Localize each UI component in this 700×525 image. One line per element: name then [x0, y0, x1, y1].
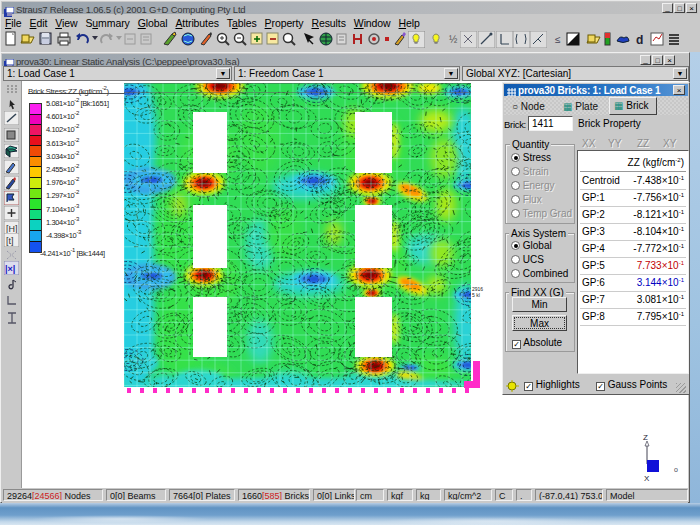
svg-text:|×|: |×|: [5, 264, 15, 274]
svg-text:X: X: [644, 474, 650, 482]
svg-text:5 kl: 5 kl: [472, 292, 480, 298]
svg-text:[t]: [t]: [6, 236, 14, 246]
svg-text:o: o: [674, 466, 678, 473]
svg-text:½: ½: [449, 34, 458, 45]
svg-text:≤: ≤: [555, 34, 561, 45]
svg-text:Z: Z: [643, 433, 648, 442]
svg-text:d: d: [636, 33, 643, 47]
